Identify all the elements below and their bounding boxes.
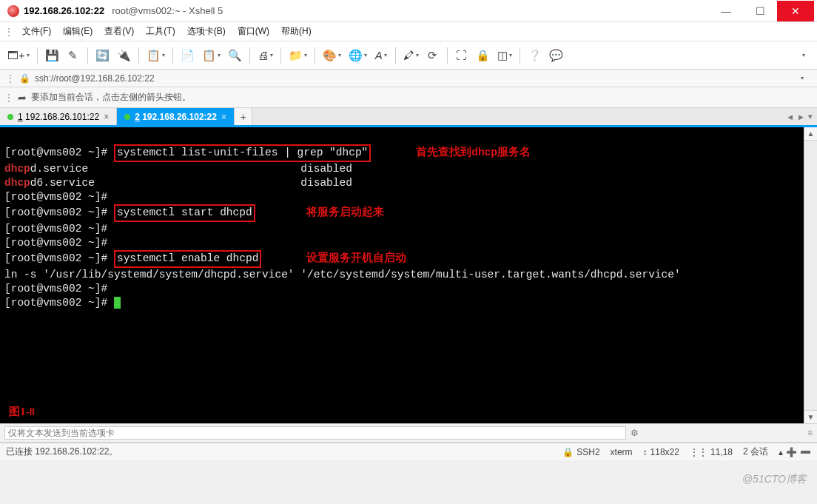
properties-button[interactable]: 📋▾ bbox=[144, 45, 168, 66]
annotation-2: 将服务启动起来 bbox=[306, 206, 384, 218]
tab-close-icon[interactable]: × bbox=[104, 112, 109, 122]
find-button[interactable]: 🔍 bbox=[225, 45, 245, 66]
prompt: [root@vms002 ~]# bbox=[4, 206, 107, 218]
status-add-icon[interactable]: ➕ bbox=[786, 447, 797, 457]
new-session-button[interactable]: 🗔+▾ bbox=[4, 45, 33, 66]
chat-button[interactable]: 💬 bbox=[546, 45, 566, 66]
cursor bbox=[114, 297, 121, 309]
address-bar: ⋮ 🔒 ssh://root@192.168.26.102:22 ▾ bbox=[0, 70, 817, 87]
status-term: xterm bbox=[611, 447, 633, 457]
menu-edit[interactable]: 编辑(E) bbox=[57, 22, 98, 41]
addressbar-overflow-button[interactable]: ▾ bbox=[792, 71, 811, 86]
maximize-button[interactable]: ☐ bbox=[743, 1, 777, 21]
status-dot-icon bbox=[124, 114, 130, 120]
toolbar-separator bbox=[138, 47, 139, 64]
command-1: systemctl list-unit-files | grep "dhcp" bbox=[114, 144, 371, 162]
menu-window[interactable]: 窗口(W) bbox=[232, 22, 275, 41]
prompt: [root@vms002 ~]# bbox=[4, 252, 107, 264]
fullscreen-button[interactable]: ⛶ bbox=[452, 45, 471, 66]
hint-bar: ⋮ ➦ 要添加当前会话，点击左侧的箭头按钮。 bbox=[0, 87, 817, 108]
prompt: [root@vms002 ~]# bbox=[4, 147, 107, 158]
font-button[interactable]: A▾ bbox=[371, 45, 391, 66]
menu-view[interactable]: 查看(V) bbox=[98, 22, 140, 41]
close-button[interactable]: ✕ bbox=[777, 1, 814, 21]
print-button[interactable]: 🖨▾ bbox=[255, 45, 276, 66]
status-pos: 11,18 bbox=[710, 447, 733, 457]
app-icon bbox=[7, 5, 19, 17]
annotation-1: 首先查找到dhcp服务名 bbox=[416, 147, 531, 158]
toolbar-separator bbox=[447, 47, 448, 64]
prompt: [root@vms002 ~]# bbox=[4, 283, 107, 295]
toolbar-overflow-button[interactable]: ▾ bbox=[793, 45, 813, 66]
toolbar-separator bbox=[249, 47, 250, 64]
terminal-area[interactable]: [root@vms002 ~]# systemctl list-unit-fil… bbox=[0, 127, 817, 423]
watermark: @51CTO博客 bbox=[742, 473, 807, 486]
new-tab-button[interactable]: + bbox=[235, 108, 252, 125]
terminal-output[interactable]: [root@vms002 ~]# systemctl list-unit-fil… bbox=[0, 127, 817, 313]
titlebar: 192.168.26.102:22 root@vms002:~ - Xshell… bbox=[0, 0, 817, 22]
copy-button[interactable]: 📄 bbox=[178, 45, 198, 66]
send-input[interactable] bbox=[4, 426, 626, 440]
lock-icon: 🔒 bbox=[19, 73, 30, 84]
lock-button[interactable]: 🔒 bbox=[473, 45, 493, 66]
status-ssh: SSH2 bbox=[576, 447, 599, 457]
send-bar: ⚙ ≡ bbox=[0, 423, 817, 443]
reconnect-button[interactable]: 🔄 bbox=[93, 45, 112, 66]
menu-tabs[interactable]: 选项卡(B) bbox=[181, 22, 232, 41]
paste-button[interactable]: 📋▾ bbox=[199, 45, 223, 66]
tab-dropdown-icon[interactable]: ▾ bbox=[808, 112, 813, 121]
menu-tools[interactable]: 工具(T) bbox=[140, 22, 181, 41]
tab-close-icon[interactable]: × bbox=[221, 112, 226, 122]
status-sessions: 2 会话 bbox=[743, 446, 768, 458]
toolbar-separator bbox=[172, 47, 173, 64]
save-session-button[interactable]: 💾 bbox=[42, 45, 62, 66]
tab-number: 1 bbox=[18, 112, 23, 122]
tab-strip: 1 192.168.26.101:22 × 2 192.168.26.102:2… bbox=[0, 108, 817, 127]
terminal-scrollbar[interactable]: ▲ ▼ bbox=[804, 127, 817, 423]
tab-next-icon[interactable]: ► bbox=[797, 112, 805, 121]
ftp-button[interactable]: 📁▾ bbox=[286, 45, 310, 66]
toolbar-separator bbox=[520, 47, 520, 64]
scroll-down-icon[interactable]: ▼ bbox=[804, 410, 817, 423]
web-button[interactable]: 🌐▾ bbox=[346, 45, 370, 66]
size-icon: ↕ bbox=[643, 447, 648, 457]
toolbar-separator bbox=[315, 47, 315, 64]
add-session-icon[interactable]: ➦ bbox=[18, 92, 27, 104]
session-tab-1[interactable]: 1 192.168.26.101:22 × bbox=[0, 108, 117, 125]
tab-number: 2 bbox=[135, 112, 140, 122]
send-settings-icon[interactable]: ⚙ bbox=[631, 428, 639, 438]
status-bar: 已连接 192.168.26.102:22。 🔒SSH2 xterm ↕118x… bbox=[0, 443, 817, 460]
status-remove-icon[interactable]: ➖ bbox=[800, 447, 811, 457]
svc-dhcp: dhcp bbox=[4, 163, 30, 175]
status-size: 118x22 bbox=[650, 447, 679, 457]
pos-icon: ⋮⋮ bbox=[690, 447, 707, 457]
edit-button[interactable]: ✎ bbox=[64, 45, 83, 66]
tab-label: 192.168.26.101:22 bbox=[25, 112, 99, 122]
help-button[interactable]: ❔ bbox=[525, 45, 545, 66]
session-tab-2[interactable]: 2 192.168.26.102:22 × bbox=[117, 108, 235, 125]
prompt: [root@vms002 ~]# bbox=[4, 237, 107, 249]
minimize-button[interactable]: — bbox=[709, 1, 743, 21]
menu-help[interactable]: 帮助(H) bbox=[275, 22, 317, 41]
figure-label: 图1-8 bbox=[9, 405, 35, 419]
address-text[interactable]: ssh://root@192.168.26.102:22 bbox=[35, 73, 155, 84]
toolbar-separator bbox=[280, 47, 281, 64]
refresh-button[interactable]: ⟳ bbox=[423, 45, 443, 66]
sendbar-handle-icon[interactable]: ≡ bbox=[807, 428, 813, 438]
window-controls: — ☐ ✕ bbox=[709, 1, 814, 21]
prompt: [root@vms002 ~]# bbox=[4, 191, 107, 203]
command-2: systemctl start dhcpd bbox=[114, 204, 255, 222]
menu-file[interactable]: 文件(F) bbox=[16, 22, 57, 41]
color-scheme-button[interactable]: 🎨▾ bbox=[320, 45, 344, 66]
prompt: [root@vms002 ~]# bbox=[4, 297, 107, 309]
toggle-sidebar-button[interactable]: ◫▾ bbox=[494, 45, 515, 66]
tab-label: 192.168.26.102:22 bbox=[142, 112, 217, 122]
toolbar: 🗔+▾ 💾 ✎ 🔄 🔌 📋▾ 📄 📋▾ 🔍 🖨▾ 📁▾ 🎨▾ 🌐▾ A▾ 🖍▾ … bbox=[0, 41, 817, 70]
prompt: [root@vms002 ~]# bbox=[4, 223, 107, 235]
tab-prev-icon[interactable]: ◄ bbox=[786, 112, 794, 121]
highlight-button[interactable]: 🖍▾ bbox=[400, 45, 422, 66]
hint-text: 要添加当前会话，点击左侧的箭头按钮。 bbox=[31, 91, 191, 104]
scroll-up-icon[interactable]: ▲ bbox=[804, 127, 817, 141]
status-up-icon[interactable]: ▴ bbox=[779, 447, 783, 457]
disconnect-button[interactable]: 🔌 bbox=[114, 45, 134, 66]
